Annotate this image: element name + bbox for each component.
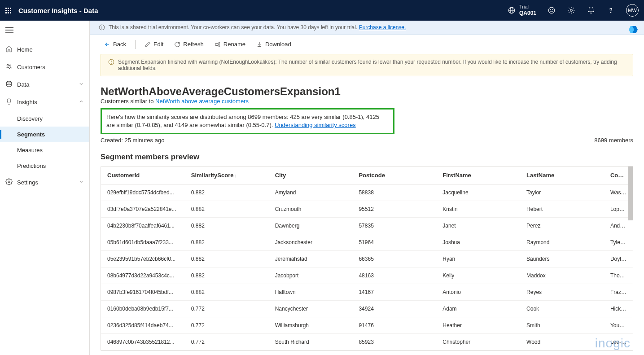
download-icon (256, 41, 263, 48)
svg-point-17 (102, 26, 102, 26)
svg-point-6 (570, 9, 573, 12)
column-header[interactable]: Postcode (352, 167, 436, 184)
member-count: 8699 members (594, 137, 633, 144)
preview-title: Segment members preview (101, 153, 633, 162)
home-icon (5, 45, 13, 54)
help-icon[interactable] (606, 6, 615, 15)
column-header[interactable]: City (269, 167, 353, 184)
toolbar: Back Edit Refresh Rename Download (90, 35, 644, 54)
content-area: This is a shared trial environment. Your… (90, 21, 644, 355)
download-button[interactable]: Download (253, 39, 295, 49)
sidebar-item-customers[interactable]: Customers (0, 58, 89, 76)
sidebar-item-label: Measures (17, 147, 43, 153)
table-row[interactable]: 08b64977d3d22a9453c4c...0.882Jacobport48… (101, 267, 633, 284)
arrow-left-icon (104, 41, 110, 48)
sidebar-item-label: Insights (17, 99, 37, 105)
chevron-up-icon (79, 99, 84, 105)
rename-icon (215, 41, 221, 48)
members-table: CustomerIdSimilarityScore↓CityPostcodeFi… (101, 166, 633, 351)
svg-point-13 (7, 81, 12, 83)
purchase-license-link[interactable]: Purchase a license. (359, 24, 406, 31)
column-header[interactable]: LastName (520, 167, 604, 184)
trial-label: Trial (519, 4, 536, 10)
sidebar-item-segments[interactable]: Segments (0, 127, 89, 142)
similarity-help-link[interactable]: Understanding similarity scores (275, 122, 356, 128)
sort-desc-icon: ↓ (234, 173, 237, 178)
table-row[interactable]: 05b61d601db5daaa7f233...0.882Jacksonches… (101, 234, 633, 251)
waffle-icon[interactable] (5, 8, 11, 13)
svg-rect-18 (215, 43, 219, 45)
sidebar-item-label: Predictions (17, 162, 46, 169)
table-row[interactable]: 0987b3fe9161704f045bdf...0.882Halltown14… (101, 284, 633, 301)
refresh-button[interactable]: Refresh (171, 39, 207, 49)
table-row[interactable]: 046897c0b743b35521812...0.772South Richa… (101, 334, 633, 351)
top-bar: Customer Insights - Data Trial QA001 MW (0, 0, 644, 21)
pencil-icon (145, 41, 151, 48)
sidebar-item-label: Data (17, 81, 29, 88)
svg-point-5 (552, 9, 553, 10)
customers-icon (5, 63, 13, 71)
column-header[interactable]: CustomerId (101, 167, 185, 184)
source-segment-link[interactable]: NetWorth above average customers (155, 98, 249, 105)
table-row[interactable]: 0236d325d85f414daeb74...0.772Williamsbur… (101, 317, 633, 334)
svg-point-7 (610, 12, 611, 13)
svg-point-11 (7, 64, 9, 66)
svg-point-4 (550, 9, 551, 10)
table-row[interactable]: 05e239591b57eb2cb66cf0...0.882Jeremiahst… (101, 251, 633, 267)
trial-name: QA001 (519, 10, 536, 16)
column-header[interactable]: SimilarityScore↓ (185, 167, 269, 184)
sidebar-item-label: Settings (17, 179, 38, 186)
sidebar-item-home[interactable]: Home (0, 41, 89, 58)
segment-title: NetWorthAboveAverageCustomersExpansion1 (101, 85, 633, 98)
copilot-icon[interactable] (628, 24, 639, 35)
table-row[interactable]: 0160b0deba08b9edb15f7...0.772Nancycheste… (101, 301, 633, 317)
svg-point-12 (9, 65, 11, 66)
settings-icon (5, 178, 13, 187)
info-icon (99, 24, 105, 31)
data-icon (5, 80, 13, 89)
warning-banner: Segment Expansion finished with warning … (101, 54, 633, 76)
sidebar-item-predictions[interactable]: Predictions (0, 158, 89, 174)
back-button[interactable]: Back (101, 39, 130, 49)
table-row[interactable]: 029efbff19ddc5754dcfbed...0.882Amyland58… (101, 184, 633, 201)
segment-subtitle: Customers similar to NetWorth above aver… (101, 98, 633, 105)
table-row[interactable]: 03df7e0a3707e2a522841e...0.882Cruzmouth9… (101, 201, 633, 218)
sidebar-item-label: Home (17, 46, 33, 53)
sidebar-item-label: Segments (17, 131, 45, 138)
sidebar-item-data[interactable]: Data (0, 76, 89, 93)
app-title: Customer Insights - Data (18, 7, 98, 14)
sidebar-item-measures[interactable]: Measures (0, 142, 89, 158)
sidebar-item-label: Discovery (17, 115, 43, 122)
svg-point-21 (111, 63, 112, 63)
similarity-summary: Here's how the similarity scores are dis… (101, 108, 394, 134)
chevron-down-icon (79, 179, 84, 186)
sidebar-item-discovery[interactable]: Discovery (0, 111, 89, 127)
avatar[interactable]: MW (626, 4, 639, 17)
table-row[interactable]: 04b2230b8f70aaffeaf6461...0.882Dawnberg5… (101, 218, 633, 234)
warning-icon (108, 59, 114, 65)
column-header[interactable]: FirstName (436, 167, 520, 184)
globe-icon (508, 6, 516, 14)
feedback-icon[interactable] (547, 6, 556, 15)
edit-button[interactable]: Edit (141, 39, 167, 49)
trial-banner: This is a shared trial environment. Your… (90, 21, 644, 35)
chevron-down-icon (79, 81, 84, 88)
sidebar: HomeCustomersDataInsightsDiscoverySegmen… (0, 21, 90, 355)
svg-point-14 (8, 181, 10, 183)
sidebar-item-label: Customers (17, 64, 45, 70)
refresh-icon (174, 41, 180, 48)
sidebar-item-settings[interactable]: Settings (0, 174, 89, 191)
insights-icon (5, 98, 13, 106)
rename-button[interactable]: Rename (211, 39, 249, 49)
scrollbar-thumb[interactable] (628, 167, 633, 220)
bell-icon[interactable] (587, 6, 596, 15)
warning-text: Segment Expansion finished with warning … (118, 59, 626, 71)
created-label: Created: 25 minutes ago (101, 137, 164, 144)
svg-point-3 (548, 7, 555, 13)
gear-icon[interactable] (567, 6, 576, 15)
hamburger-icon[interactable] (0, 21, 89, 41)
sidebar-item-insights[interactable]: Insights (0, 93, 89, 111)
banner-text: This is a shared trial environment. Your… (109, 24, 359, 31)
trial-env-picker[interactable]: Trial QA001 (508, 4, 536, 17)
